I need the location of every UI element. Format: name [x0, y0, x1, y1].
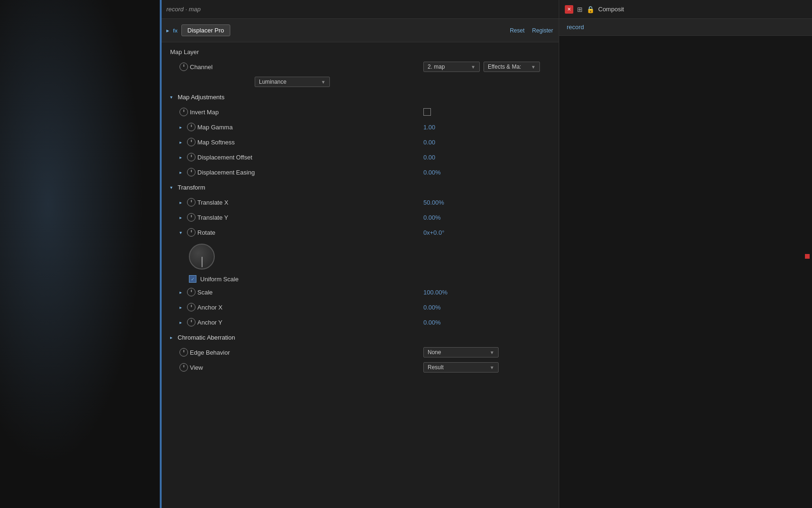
translate-y-value-area: 0.00% [423, 214, 555, 221]
transform-arrow[interactable]: ▾ [170, 185, 176, 190]
expand-arrow[interactable]: ▸ [166, 27, 169, 34]
invert-map-row: Invert Map [161, 104, 559, 119]
effects-mask-dropdown[interactable]: Effects & Ma: ▼ [484, 62, 540, 72]
displacement-offset-value[interactable]: 0.00 [423, 154, 435, 161]
anchor-y-label: Anchor Y [197, 319, 222, 326]
map-softness-value[interactable]: 0.00 [423, 139, 435, 146]
rotate-label-area: ▾ Rotate [180, 228, 423, 237]
panel-lock-icon: 🔒 [586, 6, 594, 13]
scale-value[interactable]: 100.00% [423, 289, 447, 296]
anchor-y-label-area: ▸ Anchor Y [180, 318, 423, 326]
view-arrow: ▼ [490, 365, 494, 370]
map-layer-label: Map Layer [170, 48, 199, 56]
view-clock-icon[interactable] [180, 363, 188, 372]
anchor-x-value-area: 0.00% [423, 304, 555, 311]
window-title: record · map [166, 6, 201, 13]
channel-row: Channel 2. map ▼ Effects & Ma: ▼ [161, 59, 559, 74]
map-softness-clock-icon[interactable] [187, 138, 195, 146]
displacement-easing-label-area: ▸ Displacement Easing [180, 168, 423, 176]
anchor-y-clock-icon[interactable] [187, 318, 195, 326]
translate-x-value[interactable]: 50.00% [423, 199, 444, 206]
anchor-y-collapse[interactable]: ▸ [180, 320, 185, 325]
displacement-easing-value[interactable]: 0.00% [423, 169, 441, 176]
translate-y-value[interactable]: 0.00% [423, 214, 441, 221]
transform-row[interactable]: ▾ Transform [161, 180, 559, 195]
uniform-scale-label: Uniform Scale [200, 276, 239, 283]
channel-label: Channel [190, 64, 212, 71]
uniform-scale-checkbox[interactable]: ✓ [189, 275, 196, 283]
translate-x-clock-icon[interactable] [187, 198, 195, 206]
rotate-clock-icon[interactable] [187, 228, 195, 237]
map-gamma-collapse[interactable]: ▸ [180, 125, 185, 130]
displacement-offset-collapse[interactable]: ▸ [180, 155, 185, 160]
translate-y-label-area: ▸ Translate Y [180, 213, 423, 222]
translate-x-row: ▸ Translate X 50.00% [161, 195, 559, 210]
chromatic-aberration-arrow[interactable]: ▸ [170, 335, 176, 340]
displacement-easing-value-area: 0.00% [423, 169, 555, 176]
displacement-offset-clock-icon[interactable] [187, 153, 195, 161]
plugin-header: ▸ fx Displacer Pro Reset Register [161, 19, 559, 42]
invert-map-checkbox[interactable] [423, 108, 431, 116]
invert-map-clock-icon[interactable] [180, 108, 188, 116]
map-gamma-value-area: 1.00 [423, 124, 555, 131]
rotate-label: Rotate [197, 229, 215, 236]
anchor-x-collapse[interactable]: ▸ [180, 305, 185, 310]
map-dropdown[interactable]: 2. map ▼ [423, 62, 480, 72]
reset-button[interactable]: Reset [510, 27, 524, 34]
edge-behavior-dropdown[interactable]: None ▼ [423, 347, 499, 357]
rotate-row: ▾ Rotate 0x+0.0° [161, 225, 559, 240]
effects-mask-value: Effects & Ma: [488, 64, 521, 70]
rotate-arrow[interactable]: ▾ [180, 230, 185, 235]
map-adjustments-label-area: ▾ Map Adjustments [170, 94, 555, 101]
channel-value-area: 2. map ▼ Effects & Ma: ▼ [423, 62, 555, 72]
knob-indicator [202, 257, 202, 267]
map-gamma-clock-icon[interactable] [187, 123, 195, 131]
register-button[interactable]: Register [532, 27, 553, 34]
title-bar: record · map [161, 0, 559, 19]
anchor-x-label-area: ▸ Anchor X [180, 303, 423, 311]
translate-y-clock-icon[interactable] [187, 213, 195, 222]
view-label-area: View [180, 363, 423, 372]
view-value-area: Result ▼ [423, 362, 555, 373]
main-container: record · map ▸ fx Displacer Pro Reset Re… [0, 0, 812, 508]
anchor-x-value[interactable]: 0.00% [423, 304, 441, 311]
edge-behavior-value: None [428, 349, 441, 356]
rotate-value[interactable]: 0x+0.0° [423, 229, 445, 236]
displacement-easing-clock-icon[interactable] [187, 168, 195, 176]
plugin-name-button[interactable]: Displacer Pro [181, 24, 230, 36]
rotate-value-area: 0x+0.0° [423, 229, 555, 236]
view-row: View Result ▼ [161, 360, 559, 375]
luminance-dropdown[interactable]: Luminance ▼ [255, 77, 330, 87]
anchor-y-value[interactable]: 0.00% [423, 319, 441, 326]
map-layer-row: Map Layer [161, 44, 559, 59]
map-layer-label-area: Map Layer [170, 48, 555, 56]
anchor-x-clock-icon[interactable] [187, 303, 195, 311]
map-adjustments-row[interactable]: ▾ Map Adjustments [161, 89, 559, 104]
uniform-scale-row: ✓ Uniform Scale [161, 273, 559, 285]
transform-label-area: ▾ Transform [170, 184, 555, 191]
translate-x-label: Translate X [197, 199, 228, 206]
anchor-y-value-area: 0.00% [423, 319, 555, 326]
displacement-easing-collapse[interactable]: ▸ [180, 170, 185, 175]
close-button[interactable]: ✕ [565, 5, 573, 14]
translate-y-label: Translate Y [197, 214, 228, 221]
channel-clock-icon[interactable] [180, 63, 188, 71]
compositor-tab[interactable]: record [559, 19, 812, 36]
map-adjustments-label: Map Adjustments [178, 94, 225, 101]
translate-x-collapse[interactable]: ▸ [180, 200, 185, 205]
scale-collapse[interactable]: ▸ [180, 290, 185, 295]
view-dropdown[interactable]: Result ▼ [423, 362, 499, 373]
rotate-knob[interactable] [189, 244, 215, 270]
map-gamma-value[interactable]: 1.00 [423, 124, 435, 131]
edge-behavior-clock-icon[interactable] [180, 348, 188, 357]
rotate-knob-row [161, 240, 559, 273]
map-dropdown-arrow: ▼ [471, 64, 476, 70]
translate-y-collapse[interactable]: ▸ [180, 215, 185, 220]
scale-label-area: ▸ Scale [180, 288, 423, 296]
chromatic-aberration-row[interactable]: ▸ Chromatic Aberration [161, 330, 559, 345]
scale-clock-icon[interactable] [187, 288, 195, 296]
properties-list: Map Layer Channel 2. map ▼ Effects & Ma: [161, 42, 559, 508]
map-adjustments-arrow[interactable]: ▾ [170, 95, 176, 100]
map-softness-collapse[interactable]: ▸ [180, 140, 185, 145]
view-label: View [190, 364, 203, 371]
